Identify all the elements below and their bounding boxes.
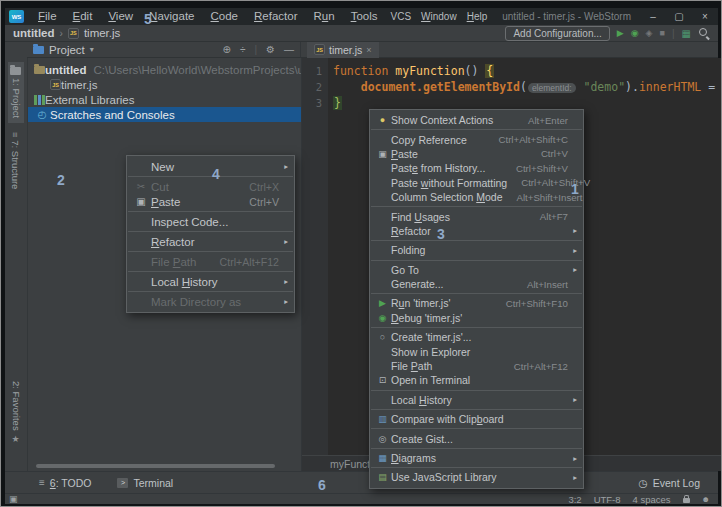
- tool-window-toggle-icon[interactable]: ▣: [9, 494, 18, 504]
- add-configuration-button[interactable]: Add Configuration...: [505, 26, 609, 41]
- toolbar-icon[interactable]: ◉: [631, 28, 639, 38]
- code-line-2[interactable]: document.getElementById(elementId: "demo…: [333, 79, 722, 95]
- terminal-tool-button[interactable]: > Terminal: [117, 477, 173, 489]
- maximize-button[interactable]: ▢: [666, 8, 692, 25]
- project-folder-icon: [33, 46, 44, 54]
- menu-vcs[interactable]: VCS: [385, 8, 416, 25]
- breadcrumb-file[interactable]: timer.js: [84, 27, 120, 39]
- menu-item-icon: ▣: [131, 196, 151, 207]
- hide-panel-icon[interactable]: —: [284, 44, 294, 55]
- project-view-selector[interactable]: Project: [49, 44, 85, 56]
- toolbar-icon[interactable]: ■: [660, 28, 665, 38]
- menu-item-create-timer-js[interactable]: ○ Create 'timer.js'...: [370, 330, 583, 344]
- event-log-icon: ◷: [639, 477, 648, 489]
- locate-file-icon[interactable]: ⊕: [223, 44, 231, 55]
- submenu-arrow-icon: ▸: [568, 265, 577, 274]
- minimize-button[interactable]: –: [640, 8, 666, 25]
- stripe-tab-7-structure[interactable]: ≡7: Structure: [8, 127, 23, 194]
- gear-icon[interactable]: ⚙: [266, 44, 275, 55]
- run-toolbar-icons: ▶◉◈■: [617, 28, 665, 38]
- menu-item-paste-without-formatting[interactable]: Paste without Formatting Ctrl+Alt+Shift+…: [370, 176, 583, 190]
- project-context-menu: New ▸ ✂ Cut Ctrl+X ▣ Paste Ctrl+V Inspec…: [126, 155, 295, 313]
- menu-separator: [128, 211, 293, 212]
- close-tab-icon[interactable]: ×: [366, 45, 371, 55]
- main-menus: FileEditViewNavigateCodeRefactorRunTools: [30, 8, 385, 25]
- menu-item-column-selection-mode[interactable]: Column Selection Mode Alt+Shift+Insert: [370, 190, 583, 204]
- menu-item-debug-timer-js[interactable]: ◉ Debug 'timer.js': [370, 311, 583, 325]
- menu-refactor[interactable]: Refactor: [246, 8, 305, 25]
- chevron-down-icon[interactable]: ▾: [90, 45, 94, 54]
- stripe-tab-2-favorites[interactable]: 2: Favorites★: [9, 376, 24, 449]
- horizontal-scrollbar[interactable]: [36, 464, 275, 468]
- toolbar-icon[interactable]: ▶: [617, 28, 624, 38]
- menu-edit[interactable]: Edit: [65, 8, 101, 25]
- menu-separator: [128, 176, 293, 177]
- menu-item-inspect-code[interactable]: Inspect Code...: [127, 214, 294, 229]
- menu-item-refactor[interactable]: Refactor ▸: [127, 234, 294, 249]
- chevron-icon: ›: [60, 28, 63, 39]
- breadcrumb: untitled › JS timer.js: [5, 27, 120, 39]
- stripe-tab-1-project[interactable]: 1: Project: [8, 62, 24, 123]
- menu-item-compare-with-clipboard[interactable]: ▥ Compare with Clipboard: [370, 412, 583, 426]
- todo-tool-button[interactable]: ≡ 6: TODO: [39, 477, 91, 489]
- menu-help[interactable]: Help: [462, 8, 493, 25]
- menu-item-find-usages[interactable]: Find Usages Alt+F7: [370, 209, 583, 223]
- search-everywhere-icon[interactable]: [698, 27, 710, 39]
- annotation-3: 3: [437, 226, 445, 242]
- grid-icon[interactable]: ▦: [682, 28, 691, 39]
- navigation-bar: untitled › JS timer.js Add Configuration…: [5, 25, 718, 42]
- menu-item-open-in-terminal[interactable]: ⊡ Open in Terminal: [370, 373, 583, 387]
- tree-row-scratches-and-consoles[interactable]: ◴ Scratches and Consoles: [28, 107, 301, 122]
- tree-row-untitled[interactable]: untitled C:\Users\HelloWorld\WebstormPro…: [28, 62, 301, 77]
- event-log-button[interactable]: ◷ Event Log: [639, 477, 718, 489]
- menu-item-file-path[interactable]: File Path Ctrl+Alt+F12: [127, 254, 294, 269]
- menu-item-use-javascript-library[interactable]: ▤ Use JavaScript Library ▸: [370, 470, 583, 484]
- menu-run[interactable]: Run: [306, 8, 343, 25]
- code-line-1[interactable]: function myFunction() {: [333, 63, 722, 79]
- lock-icon[interactable]: [683, 498, 690, 503]
- menu-separator: [371, 327, 582, 328]
- editor-context-menu: ● Show Context Actions Alt+Enter Copy Re…: [369, 109, 584, 489]
- menu-file[interactable]: File: [30, 8, 65, 25]
- menu-item-create-gist[interactable]: ◎ Create Gist...: [370, 431, 583, 445]
- menu-item-show-context-actions[interactable]: ● Show Context Actions Alt+Enter: [370, 113, 583, 127]
- file-encoding[interactable]: UTF-8: [594, 494, 621, 505]
- submenu-arrow-icon: ▸: [279, 237, 288, 246]
- toolbar-icon[interactable]: ◈: [646, 28, 653, 38]
- caret-position[interactable]: 3:2: [568, 494, 581, 505]
- tree-row-external-libraries[interactable]: External Libraries: [28, 92, 301, 107]
- menu-code[interactable]: Code: [203, 8, 247, 25]
- menu-window[interactable]: Window: [416, 8, 462, 25]
- menu-item-new[interactable]: New ▸: [127, 159, 294, 174]
- menu-item-refactor[interactable]: Refactor ▸: [370, 224, 583, 238]
- tab-timer-js[interactable]: JS timer.js ×: [307, 42, 379, 58]
- submenu-arrow-icon: ▸: [279, 297, 288, 306]
- menu-item-mark-directory-as[interactable]: Mark Directory as ▸: [127, 294, 294, 309]
- menu-item-show-in-explorer[interactable]: Show in Explorer: [370, 344, 583, 358]
- collapse-all-icon[interactable]: ÷: [240, 44, 246, 55]
- menu-item-paste-from-history[interactable]: Paste from History... Ctrl+Shift+V: [370, 161, 583, 175]
- indent-setting[interactable]: 4 spaces: [633, 494, 671, 505]
- breadcrumb-project[interactable]: untitled: [13, 27, 55, 39]
- menu-item-generate[interactable]: Generate... Alt+Insert: [370, 277, 583, 291]
- menu-item-copy-reference[interactable]: Copy Reference Ctrl+Alt+Shift+C: [370, 132, 583, 146]
- menu-separator: [128, 231, 293, 232]
- menu-item-local-history[interactable]: Local History ▸: [370, 393, 583, 407]
- terminal-icon: >: [117, 478, 128, 488]
- menu-item-paste[interactable]: ▣ Paste Ctrl+V: [127, 194, 294, 209]
- tree-row-timer-js[interactable]: JS timer.js: [28, 77, 301, 92]
- menu-view[interactable]: View: [100, 8, 141, 25]
- menu-item-icon: ▣: [374, 149, 391, 159]
- menu-item-folding[interactable]: Folding ▸: [370, 243, 583, 257]
- close-button[interactable]: ×: [692, 8, 718, 25]
- inspection-profile-icon[interactable]: ☻: [702, 495, 710, 504]
- menu-item-paste[interactable]: ▣ Paste Ctrl+V: [370, 147, 583, 161]
- menu-item-cut[interactable]: ✂ Cut Ctrl+X: [127, 179, 294, 194]
- menu-item-go-to[interactable]: Go To ▸: [370, 263, 583, 277]
- menu-item-file-path[interactable]: File Path Ctrl+Alt+F12: [370, 359, 583, 373]
- menu-item-diagrams[interactable]: ▦ Diagrams ▸: [370, 451, 583, 465]
- menu-item-local-history[interactable]: Local History ▸: [127, 274, 294, 289]
- menu-separator: [371, 206, 582, 207]
- menu-item-run-timer-js[interactable]: ▶ Run 'timer.js' Ctrl+Shift+F10: [370, 296, 583, 310]
- menu-tools[interactable]: Tools: [343, 8, 386, 25]
